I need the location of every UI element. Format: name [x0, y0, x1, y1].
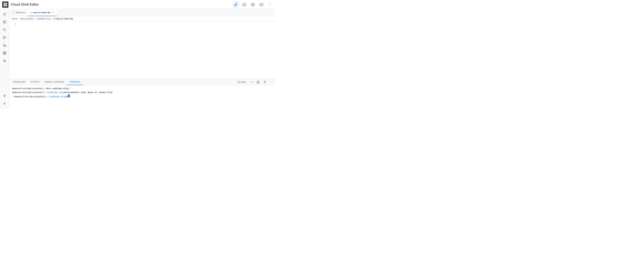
terminal-label: bash [241, 81, 246, 83]
svg-rect-14 [5, 21, 6, 23]
svg-rect-1 [6, 3, 7, 5]
header: Cloud Shell Editor [0, 0, 276, 9]
tab-welcome[interactable]: 📄 Welcome [9, 9, 28, 16]
terminal-prompt-2-suffix: $ [64, 91, 66, 94]
app-title: Cloud Shell Editor [10, 3, 39, 7]
svg-line-16 [5, 30, 6, 31]
terminal-prompt-3-dir: ~/codelab-o11y [47, 95, 66, 99]
app-logo [2, 2, 8, 8]
panel: PROBLEMS OUTPUT DEBUG CONSOLE TERMINAL b… [9, 79, 276, 109]
terminal-prompt-2-base: demonstrator@cloudshell: [12, 91, 45, 94]
header-right: ⋮ [232, 1, 273, 8]
preview-button[interactable] [249, 1, 256, 8]
edit-button[interactable] [232, 1, 240, 8]
panel-tab-debug-console[interactable]: DEBUG CONSOLE [42, 79, 67, 85]
sidebar-item-ai[interactable] [1, 100, 8, 107]
terminal-spinner: ○ [12, 95, 14, 99]
terminal-prompt-3-suffix: $ [66, 95, 68, 99]
tab-main-or-index-file[interactable]: ≡ main-or-index-file ✕ [28, 9, 57, 16]
sidebar-item-run[interactable] [1, 42, 8, 49]
add-terminal-btn[interactable]: + ▾ [249, 80, 254, 84]
svg-rect-12 [3, 21, 4, 22]
terminal-line-2: demonstrator@cloudshell:~/codelab-o11y$ … [12, 91, 273, 94]
breadcrumb-file-icon: ≡ [53, 17, 55, 20]
sidebar-item-remote[interactable] [1, 93, 8, 100]
terminal[interactable]: demonstrator@cloudshell:~$ cd codelab-o1… [9, 85, 276, 109]
line-number-1: 1 [9, 22, 16, 26]
sidebar-item-extensions[interactable] [1, 50, 8, 57]
breadcrumb-file: ≡ main-or-index-file [53, 17, 73, 20]
add-icon: + [250, 81, 252, 83]
code-content[interactable] [18, 21, 276, 79]
terminal-line-3: ○ demonstrator@cloudshell:~/codelab-o11y… [12, 94, 273, 99]
sidebar-item-testing[interactable] [1, 57, 8, 64]
svg-rect-5 [252, 3, 254, 6]
panel-tab-terminal[interactable]: TERMINAL [67, 79, 83, 85]
breadcrumb-demonstrator[interactable]: demonstrator [20, 17, 34, 20]
file-tab-icon: ≡ [30, 11, 32, 14]
code-editor[interactable]: 1 [9, 21, 276, 79]
main-layout: 📄 Welcome ≡ main-or-index-file ✕ home › … [0, 9, 276, 109]
dropdown-icon: ▾ [252, 81, 253, 83]
breadcrumb-sep-2: › [35, 17, 36, 20]
svg-rect-27 [257, 81, 258, 83]
terminal-prompt-3-base: demonstrator@cloudshell: [14, 95, 47, 99]
tabs-bar: 📄 Welcome ≡ main-or-index-file ✕ [9, 9, 276, 16]
editor-area: 📄 Welcome ≡ main-or-index-file ✕ home › … [9, 9, 276, 109]
more-dots-icon: ··· [270, 81, 273, 83]
panel-tab-problems[interactable]: PROBLEMS [10, 79, 28, 85]
svg-rect-24 [4, 53, 6, 55]
terminal-command-1: cd codelab-o11y/ [48, 87, 70, 91]
svg-rect-3 [6, 5, 7, 6]
split-terminal-btn[interactable] [255, 80, 261, 84]
breadcrumb-home[interactable]: home [12, 17, 18, 20]
tab-file-label: main-or-index-file [33, 11, 50, 14]
svg-rect-4 [243, 3, 246, 6]
panel-tab-output[interactable]: OUTPUT [28, 79, 42, 85]
terminal-command-2: cloudshell edit main-or-index-file [66, 91, 112, 94]
svg-rect-22 [4, 52, 6, 53]
svg-rect-21 [3, 52, 4, 53]
sidebar [0, 9, 9, 109]
sidebar-item-search[interactable] [1, 26, 8, 33]
terminal-prompt-1: demonstrator@cloudshell:~$ [12, 87, 48, 91]
svg-rect-28 [258, 81, 260, 83]
welcome-tab-icon: 📄 [12, 11, 15, 14]
breadcrumb-file-name: main-or-index-file [56, 17, 73, 20]
tab-close-button[interactable]: ✕ [52, 11, 54, 14]
terminal-line-1: demonstrator@cloudshell:~$ cd codelab-o1… [12, 87, 273, 91]
breadcrumb-sep-3: › [52, 17, 52, 20]
sidebar-item-source-control[interactable] [1, 34, 8, 41]
more-terminal-btn[interactable]: ··· [269, 80, 274, 84]
panel-tabs-right: bash + ▾ [236, 80, 274, 84]
svg-rect-26 [238, 81, 240, 83]
panel-tabs: PROBLEMS OUTPUT DEBUG CONSOLE TERMINAL b… [9, 79, 276, 85]
terminal-cursor [68, 94, 70, 97]
more-button[interactable]: ⋮ [266, 1, 273, 8]
svg-rect-23 [3, 53, 4, 55]
breadcrumb-codelab[interactable]: codelab-o11y [37, 17, 50, 20]
line-numbers: 1 [9, 21, 18, 79]
terminal-button[interactable] [241, 1, 248, 8]
header-left: Cloud Shell Editor [2, 2, 39, 8]
tab-welcome-label: Welcome [16, 11, 25, 14]
svg-rect-2 [4, 5, 5, 6]
terminal-prompt-2-dir: ~/codelab-o11y [45, 91, 64, 94]
sidebar-item-menu[interactable] [1, 11, 8, 18]
sidebar-item-explorer[interactable] [1, 18, 8, 26]
svg-rect-0 [4, 3, 5, 5]
breadcrumb: home › demonstrator › codelab-o11y › ≡ m… [9, 16, 276, 21]
panel-tabs-left: PROBLEMS OUTPUT DEBUG CONSOLE TERMINAL [10, 79, 83, 85]
delete-terminal-btn[interactable] [262, 80, 268, 84]
terminal-name-btn[interactable]: bash [236, 80, 248, 84]
svg-point-6 [252, 4, 254, 5]
svg-rect-13 [3, 22, 4, 23]
split-button[interactable] [258, 1, 265, 8]
breadcrumb-sep-1: › [18, 17, 19, 20]
